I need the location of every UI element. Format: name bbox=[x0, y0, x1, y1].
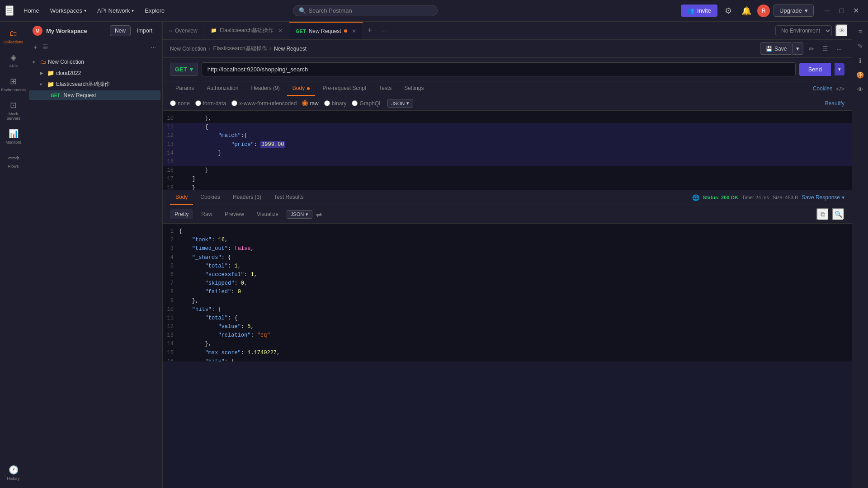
new-button[interactable]: New bbox=[110, 25, 131, 36]
req-tab-pre-request[interactable]: Pre-request Script bbox=[317, 81, 372, 96]
more-icon-btn[interactable]: ··· bbox=[834, 43, 844, 54]
search-input[interactable] bbox=[309, 7, 432, 14]
response-format-selector[interactable]: JSON ▾ bbox=[287, 210, 312, 219]
fmt-pretty[interactable]: Pretty bbox=[170, 209, 193, 219]
settings-icon-btn[interactable]: ⚙ bbox=[721, 4, 736, 18]
tab-new-request[interactable]: GET New Request ✕ bbox=[289, 22, 363, 39]
import-button[interactable]: Import bbox=[132, 25, 157, 36]
folder-icon: 📁 bbox=[47, 70, 54, 76]
align-icon-btn[interactable]: ☰ bbox=[820, 43, 831, 54]
rs-icon-2[interactable]: ✎ bbox=[854, 40, 867, 52]
folder-cloud2022[interactable]: ▶ 📁 cloud2022 bbox=[29, 68, 160, 78]
resp-tab-headers[interactable]: Headers (3) bbox=[227, 190, 267, 205]
add-collection-btn[interactable]: + bbox=[31, 42, 40, 52]
collection-new-collection[interactable]: ▾ 🗂 New Collection bbox=[29, 56, 160, 67]
api-network-link[interactable]: API Network ▾ bbox=[93, 5, 138, 16]
right-sidebar: ≡ ✎ ℹ 🍪 👁 bbox=[852, 22, 868, 488]
tab-overview[interactable]: ○ Overview bbox=[163, 22, 204, 39]
tab-add-button[interactable]: + bbox=[363, 22, 377, 39]
resp-line: 10 "hits": { bbox=[163, 305, 852, 314]
body-option-binary[interactable]: binary bbox=[324, 100, 347, 107]
resp-tab-body[interactable]: Body bbox=[170, 190, 193, 205]
response-body-editor[interactable]: 1 { 2 "took": 16, 3 "timed_out": false, … bbox=[163, 224, 852, 361]
maximize-button[interactable]: □ bbox=[835, 5, 848, 17]
mock-servers-icon: ⊡ bbox=[10, 100, 17, 110]
breadcrumb-collection[interactable]: New Collection bbox=[170, 46, 206, 52]
minimize-button[interactable]: ─ bbox=[821, 5, 834, 17]
sidebar-item-history[interactable]: 🕐 History bbox=[2, 461, 25, 484]
rs-icon-3[interactable]: ℹ bbox=[854, 54, 867, 67]
copy-response-btn[interactable]: ⧉ bbox=[816, 208, 829, 221]
cookies-link[interactable]: Cookies bbox=[813, 85, 832, 92]
request-tabs: Params Authorization Headers (9) Body Pr… bbox=[163, 81, 852, 96]
req-tab-headers[interactable]: Headers (9) bbox=[245, 81, 285, 96]
req-tab-params[interactable]: Params bbox=[170, 81, 199, 96]
save-dropdown-btn[interactable]: ▾ bbox=[793, 42, 803, 55]
resp-tab-test-results[interactable]: Test Results bbox=[269, 190, 309, 205]
body-option-raw[interactable]: raw bbox=[302, 100, 318, 107]
response-format-chevron: ▾ bbox=[306, 211, 308, 217]
body-option-form-data[interactable]: form-data bbox=[195, 100, 226, 107]
send-dropdown-btn[interactable]: ▾ bbox=[835, 63, 844, 75]
fmt-visualize[interactable]: Visualize bbox=[252, 209, 283, 219]
req-tab-authorization[interactable]: Authorization bbox=[201, 81, 244, 96]
left-panel: M My Workspace New Import + ☰ ··· ▾ 🗂 Ne… bbox=[27, 22, 163, 488]
invite-button[interactable]: 👥 Invite bbox=[681, 5, 717, 17]
body-option-none[interactable]: none bbox=[170, 100, 190, 107]
fmt-raw[interactable]: Raw bbox=[197, 209, 217, 219]
req-tab-settings[interactable]: Settings bbox=[399, 81, 429, 96]
close-button[interactable]: ✕ bbox=[850, 5, 863, 17]
rs-icon-eye[interactable]: 👁 bbox=[854, 83, 867, 96]
rs-icon-1[interactable]: ≡ bbox=[854, 25, 867, 38]
search-bar[interactable]: 🔍 bbox=[293, 5, 438, 16]
tab-elasticsearch[interactable]: 📁 Elasticsearch基础操作 ✕ bbox=[204, 22, 289, 39]
request-new-request[interactable]: GET New Request bbox=[29, 90, 160, 100]
search-response-btn[interactable]: 🔍 bbox=[832, 208, 844, 221]
notification-icon-btn[interactable]: 🔔 bbox=[739, 4, 754, 18]
workspaces-link[interactable]: Workspaces ▾ bbox=[46, 5, 91, 16]
method-selector[interactable]: GET ▾ bbox=[170, 63, 198, 76]
req-tab-tests[interactable]: Tests bbox=[373, 81, 397, 96]
save-response-button[interactable]: Save Response ▾ bbox=[802, 194, 844, 201]
api-network-chevron: ▾ bbox=[132, 8, 134, 13]
req-tab-body[interactable]: Body bbox=[287, 81, 316, 96]
user-avatar[interactable]: R bbox=[757, 5, 770, 17]
fmt-preview[interactable]: Preview bbox=[220, 209, 249, 219]
beautify-button[interactable]: Beautify bbox=[825, 100, 844, 107]
send-button[interactable]: Send bbox=[799, 63, 831, 76]
upgrade-button[interactable]: Upgrade ▾ bbox=[774, 5, 814, 17]
tab-more-button[interactable]: ··· bbox=[377, 27, 391, 34]
sidebar-item-apis[interactable]: ◈ APIs bbox=[2, 49, 25, 72]
format-selector[interactable]: JSON ▾ bbox=[387, 99, 413, 108]
explore-link[interactable]: Explore bbox=[140, 5, 169, 16]
sidebar-item-monitors[interactable]: 📊 Monitors bbox=[2, 125, 25, 148]
resp-tab-cookies[interactable]: Cookies bbox=[195, 190, 225, 205]
tab-elasticsearch-close[interactable]: ✕ bbox=[278, 28, 283, 34]
overview-icon: ○ bbox=[169, 28, 172, 33]
environment-selector[interactable]: No Environment bbox=[775, 25, 832, 36]
edit-icon-btn[interactable]: ✏ bbox=[806, 43, 817, 54]
tab-new-request-close[interactable]: ✕ bbox=[352, 28, 356, 34]
sidebar-item-environments[interactable]: ⊞ Environments bbox=[2, 73, 25, 96]
home-link[interactable]: Home bbox=[19, 5, 44, 16]
save-button[interactable]: 💾 New Request Save bbox=[760, 42, 793, 55]
save-response-chevron: ▾ bbox=[842, 194, 844, 201]
sidebar-item-collections[interactable]: 🗂 Collections bbox=[2, 25, 25, 48]
history-icon: 🕐 bbox=[9, 465, 19, 475]
request-body-editor[interactable]: 10 }, 11 { 12 "match":{ 13 "price": 3999… bbox=[163, 111, 852, 190]
more-options-btn[interactable]: ··· bbox=[148, 42, 159, 52]
code-link[interactable]: </> bbox=[836, 85, 844, 92]
tab-method-badge: GET bbox=[296, 28, 306, 34]
sort-btn[interactable]: ☰ bbox=[40, 42, 51, 52]
sidebar-item-mock-servers[interactable]: ⊡ Mock Servers bbox=[2, 97, 25, 124]
sidebar-item-flows[interactable]: ⟿ Flows bbox=[2, 149, 25, 172]
url-input[interactable] bbox=[202, 62, 796, 76]
menu-icon[interactable]: ☰ bbox=[5, 5, 14, 16]
environment-quick-view[interactable]: 👁 bbox=[835, 24, 848, 37]
wrap-lines-btn[interactable]: ⇌ bbox=[316, 210, 322, 219]
body-option-urlencoded[interactable]: x-www-form-urlencoded bbox=[231, 100, 297, 107]
breadcrumb-folder[interactable]: Elasticsearch基础操作 bbox=[213, 45, 267, 52]
rs-icon-cookie[interactable]: 🍪 bbox=[854, 69, 867, 81]
folder-elasticsearch[interactable]: ▾ 📁 Elasticsearch基础操作 bbox=[29, 79, 160, 90]
body-option-graphql[interactable]: GraphQL bbox=[352, 100, 382, 107]
